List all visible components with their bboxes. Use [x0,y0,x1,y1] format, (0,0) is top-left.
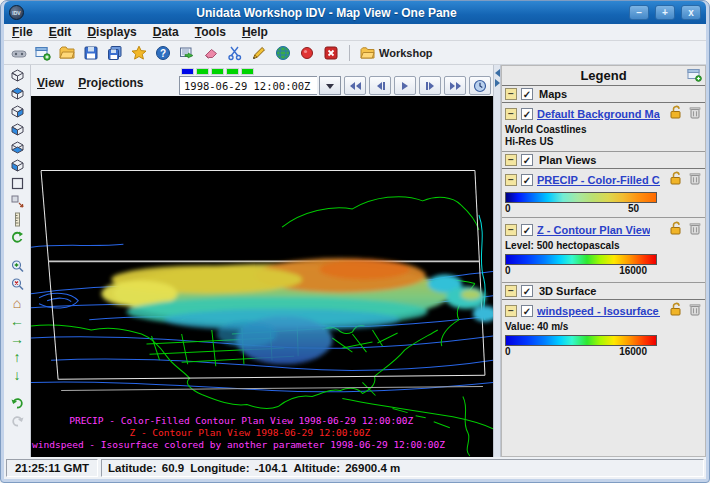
step-back-button[interactable] [369,76,391,95]
time-step[interactable] [196,68,209,75]
float-legend-icon[interactable] [687,68,702,86]
trash-icon[interactable] [687,221,702,239]
workshop-button[interactable]: Workshop [360,46,433,60]
go-to-end-button[interactable] [444,76,466,95]
rotate-icon[interactable] [8,229,26,246]
new-window-icon[interactable] [34,44,51,61]
transform-icon[interactable] [8,193,26,210]
item-visibility-checkbox[interactable]: ✓ [521,305,533,317]
time-field[interactable]: 1998-06-29 12:00:00Z [179,76,317,95]
menu-projections[interactable]: Projections [78,76,143,95]
undo-icon[interactable] [8,395,26,412]
collapse-3d-surface-button[interactable]: − [505,285,517,297]
view-toolbar: ⌂ ← → ↑ ↓ [4,65,31,457]
view-south-cube-icon[interactable] [8,139,26,156]
time-step-boxes[interactable] [181,68,254,75]
collapse-right-icon[interactable] [495,79,500,87]
time-step[interactable] [226,68,239,75]
exit-icon[interactable] [322,44,339,61]
cut-scissors-icon[interactable] [226,44,243,61]
lock-icon[interactable] [668,105,683,123]
support-form-icon[interactable] [178,44,195,61]
pan-left-icon[interactable]: ← [8,312,26,329]
save-icon[interactable] [82,44,99,61]
pan-up-icon[interactable]: ↑ [8,348,26,365]
collapse-item-button[interactable]: − [505,174,517,186]
plan-views-visibility-checkbox[interactable]: ✓ [521,154,533,166]
legend-item-default-maps: − ✓ Default Background Maps [502,103,705,124]
favorites-star-icon[interactable] [130,44,147,61]
z-colorbar[interactable] [505,254,657,265]
item-visibility-checkbox[interactable]: ✓ [521,174,533,186]
collapse-item-button[interactable]: − [505,108,517,120]
menu-view[interactable]: View [37,76,64,95]
time-dropdown-button[interactable] [319,76,341,95]
save-as-icon[interactable] [106,44,123,61]
play-button[interactable] [394,76,416,95]
redo-icon[interactable] [8,413,26,430]
default-background-maps-link[interactable]: Default Background Maps [537,108,660,120]
collapse-maps-button[interactable]: − [505,88,517,100]
lock-icon[interactable] [668,302,683,320]
item-visibility-checkbox[interactable]: ✓ [521,108,533,120]
item-visibility-checkbox[interactable]: ✓ [521,224,533,236]
trash-icon[interactable] [687,105,702,123]
ruler-icon[interactable] [8,211,26,228]
map-3d-canvas[interactable]: PRECIP - Color-Filled Contour Plan View … [31,96,493,457]
menu-edit[interactable]: Edit [49,25,72,39]
windspeed-colorbar[interactable] [505,335,657,346]
maps-visibility-checkbox[interactable]: ✓ [521,88,533,100]
precip-colorbar[interactable] [505,192,657,203]
time-step[interactable] [211,68,224,75]
zoom-in-icon[interactable] [8,258,26,275]
collapse-plan-views-button[interactable]: − [505,154,517,166]
view-north-cube-icon[interactable] [8,103,26,120]
precip-display-link[interactable]: PRECIP - Color-Filled Co... [537,174,660,186]
view-west-cube-icon[interactable] [8,157,26,174]
edit-pencil-icon[interactable] [250,44,267,61]
eraser-icon[interactable] [202,44,219,61]
lock-icon[interactable] [668,171,683,189]
record-icon[interactable] [298,44,315,61]
home-icon[interactable]: ⌂ [8,294,26,311]
help-icon[interactable]: ? [154,44,171,61]
collapse-left-icon[interactable] [495,69,500,77]
time-step[interactable] [241,68,254,75]
pan-right-icon[interactable]: → [8,330,26,347]
close-button[interactable]: x [681,5,701,20]
menu-file[interactable]: File [12,25,33,39]
time-animation-widget: 1998-06-29 12:00:00Z [179,68,491,95]
view-top-cube-icon[interactable] [8,67,26,84]
menu-help[interactable]: Help [242,25,268,39]
animation-properties-button[interactable] [469,76,491,95]
view-bottom-cube-icon[interactable] [8,85,26,102]
collapse-item-button[interactable]: − [505,224,517,236]
trash-icon[interactable] [687,302,702,320]
panel-splitter[interactable] [493,65,501,457]
menu-tools[interactable]: Tools [195,25,226,39]
view-2d-icon[interactable] [8,175,26,192]
open-folder-icon[interactable] [58,44,75,61]
collapse-item-button[interactable]: − [505,305,517,317]
colorbar-min: 0 [505,265,511,276]
lock-icon[interactable] [668,221,683,239]
colorbar-max: 50 [628,203,639,214]
view-east-cube-icon[interactable] [8,121,26,138]
minimize-button[interactable]: – [629,5,649,20]
globe-icon[interactable] [274,44,291,61]
legend-header: Legend [502,66,705,86]
pan-down-icon[interactable]: ↓ [8,366,26,383]
menu-data[interactable]: Data [153,25,179,39]
zoom-out-icon[interactable] [8,276,26,293]
step-forward-button[interactable] [419,76,441,95]
surface-visibility-checkbox[interactable]: ✓ [521,285,533,297]
maximize-button[interactable]: + [655,5,675,20]
go-to-start-button[interactable] [344,76,366,95]
z-contour-link[interactable]: Z - Contour Plan View [537,224,650,236]
menu-displays[interactable]: Displays [87,25,136,39]
time-step-selected[interactable] [181,68,194,75]
dashboard-icon[interactable] [10,44,27,61]
title-bar[interactable]: IDV Unidata Workshop IDV - Map View - On… [4,1,706,24]
windspeed-isosurface-link[interactable]: windspeed - Isosurface ... [537,305,660,317]
trash-icon[interactable] [687,171,702,189]
